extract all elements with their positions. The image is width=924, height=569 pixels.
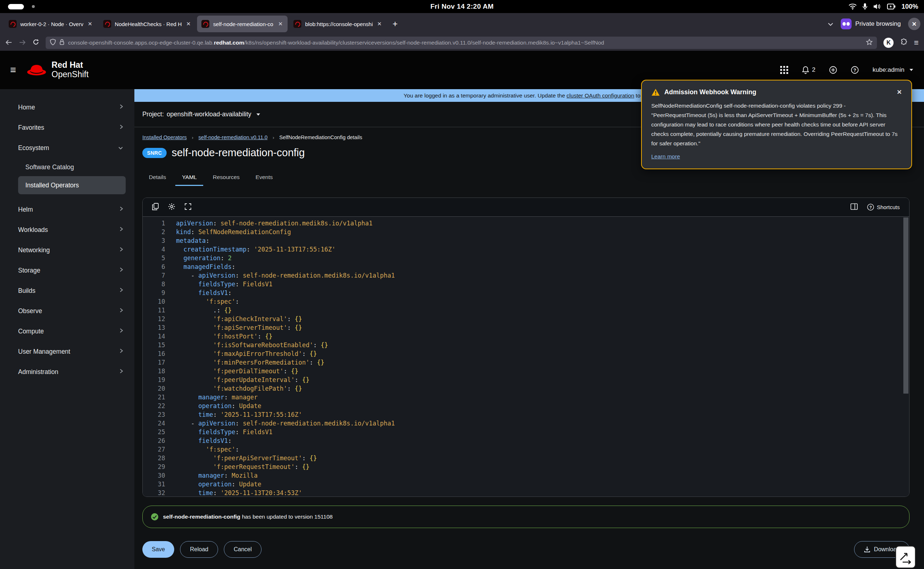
learn-more-link[interactable]: Learn more (651, 153, 680, 160)
reload-button[interactable]: Reload (180, 541, 218, 558)
app-launcher-icon[interactable] (780, 66, 788, 74)
line-number: 23 (143, 410, 165, 419)
tab-details[interactable]: Details (143, 170, 172, 186)
code-line[interactable]: 9 fieldsV1: (143, 289, 909, 297)
code-line[interactable]: 30 manager: Mozilla (143, 471, 909, 480)
code-line[interactable]: 12 'f:apiCheckInterval': {} (143, 315, 909, 323)
sidebar-item-software-catalog[interactable]: Software Catalog (18, 158, 126, 176)
window-close-button[interactable]: ✕ (908, 18, 920, 30)
notifications-button[interactable]: 2 (802, 66, 815, 74)
sidebar-item-ecosystem[interactable]: Ecosystem (9, 138, 126, 158)
sidebar-item-storage[interactable]: Storage (9, 260, 126, 280)
browser-tab[interactable]: self-node-remediation-co✕ (197, 15, 288, 32)
list-all-tabs-icon[interactable] (828, 20, 833, 28)
code-line[interactable]: 1apiVersion: self-node-remediation.medik… (143, 219, 909, 228)
save-button[interactable]: Save (143, 541, 174, 558)
sidebar-item-favorites[interactable]: Favorites (9, 117, 126, 138)
code-line[interactable]: 3metadata: (143, 236, 909, 245)
code-line[interactable]: 21 manager: manager (143, 393, 909, 402)
url-bar[interactable]: console-openshift-console.apps.ocp-edge-… (46, 37, 877, 49)
code-area[interactable]: 1apiVersion: self-node-remediation.medik… (143, 217, 909, 496)
code-line[interactable]: 32 time: '2025-11-13T20:34:53Z' (143, 488, 909, 496)
sidebar-item-label: Storage (18, 267, 119, 274)
settings-gear-icon[interactable] (168, 203, 175, 211)
browser-tab[interactable]: worker-0-2 · Node · Overv✕ (5, 15, 97, 32)
sidebar-item-user-management[interactable]: User Management (9, 341, 126, 362)
new-tab-button[interactable]: + (388, 19, 403, 29)
close-icon[interactable]: ✕ (897, 88, 902, 96)
profile-avatar[interactable]: K (883, 38, 894, 48)
code-line[interactable]: 28 'f:peerApiServerTimeout': {} (143, 454, 909, 463)
code-line[interactable]: 5 generation: 2 (143, 254, 909, 262)
line-content: 'f:apiServerTimeout': {} (165, 323, 302, 332)
breadcrumb-installed-operators[interactable]: Installed Operators (143, 134, 187, 140)
tab-label: self-node-remediation-co (213, 21, 273, 27)
back-icon[interactable] (5, 39, 12, 47)
browser-tab[interactable]: NodeHealthChecks · Red H✕ (99, 15, 196, 32)
sidebar-item-installed-operators[interactable]: Installed Operators (18, 176, 126, 194)
code-line[interactable]: 18 'f:peerDialTimeout': {} (143, 367, 909, 376)
reload-icon[interactable] (33, 39, 39, 47)
code-line[interactable]: 16 'f:maxApiErrorThreshold': {} (143, 349, 909, 358)
tab-close-icon[interactable]: ✕ (87, 21, 93, 27)
url-text[interactable]: console-openshift-console.apps.ocp-edge-… (68, 40, 862, 46)
code-line[interactable]: 10 'f:spec': (143, 297, 909, 306)
code-line[interactable]: 2kind: SelfNodeRemediationConfig (143, 228, 909, 236)
code-line[interactable]: 8 fieldsType: FieldsV1 (143, 280, 909, 289)
sidebar-item-home[interactable]: Home (9, 97, 126, 117)
tab-events[interactable]: Events (249, 170, 279, 186)
code-line[interactable]: 29 'f:peerRequestTimeout': {} (143, 463, 909, 471)
extensions-icon[interactable] (900, 38, 907, 47)
shortcuts-button[interactable]: ? Shortcuts (867, 204, 900, 211)
system-clock[interactable]: Fri Nov 14 2:20 AM (0, 3, 924, 11)
code-line[interactable]: 15 'f:isSoftwareRebootEnabled': {} (143, 341, 909, 349)
sidebar-toggle-icon[interactable] (850, 203, 858, 211)
code-line[interactable]: 6 managedFields: (143, 262, 909, 271)
code-line[interactable]: 19 'f:peerUpdateInterval': {} (143, 376, 909, 384)
code-line[interactable]: 23 time: '2025-11-13T17:55:16Z' (143, 410, 909, 419)
cancel-button[interactable]: Cancel (224, 541, 261, 558)
oauth-config-link[interactable]: cluster OAuth configuration (566, 93, 634, 99)
user-menu[interactable]: kube:admin (872, 66, 913, 74)
code-line[interactable]: 13 'f:apiServerTimeout': {} (143, 323, 909, 332)
import-yaml-button[interactable] (829, 66, 837, 74)
code-line[interactable]: 22 operation: Update (143, 402, 909, 410)
sidebar-item-observe[interactable]: Observe (9, 301, 126, 321)
code-line[interactable]: 11 .: {} (143, 306, 909, 315)
browser-tab[interactable]: blob:https://console-openshi✕ (289, 15, 387, 32)
code-line[interactable]: 27 'f:spec': (143, 445, 909, 454)
project-selector[interactable]: openshift-workload-availability (167, 111, 251, 118)
sidebar-item-administration[interactable]: Administration (9, 362, 126, 382)
fullscreen-icon[interactable] (185, 203, 191, 211)
tab-resources[interactable]: Resources (206, 170, 246, 186)
code-line[interactable]: 4 creationTimestamp: '2025-11-13T17:55:1… (143, 245, 909, 254)
code-line[interactable]: 7 - apiVersion: self-node-remediation.me… (143, 271, 909, 280)
tab-close-icon[interactable]: ✕ (185, 21, 192, 27)
bookmark-star-icon[interactable] (866, 39, 872, 47)
shield-icon[interactable] (50, 39, 56, 47)
help-button[interactable]: ? (851, 66, 859, 74)
tab-close-icon[interactable]: ✕ (376, 21, 382, 27)
tab-close-icon[interactable]: ✕ (278, 21, 284, 27)
forward-icon[interactable] (19, 39, 26, 47)
code-line[interactable]: 20 'f:watchdogFilePath': {} (143, 384, 909, 393)
editor-scrollbar[interactable] (903, 218, 909, 394)
line-content: creationTimestamp: '2025-11-13T17:55:16Z… (165, 245, 335, 254)
code-line[interactable]: 25 fieldsType: FieldsV1 (143, 428, 909, 437)
lock-icon[interactable] (59, 39, 64, 47)
code-line[interactable]: 24 - apiVersion: self-node-remediation.m… (143, 419, 909, 428)
sidebar-item-workloads[interactable]: Workloads (9, 220, 126, 240)
code-line[interactable]: 31 operation: Update (143, 480, 909, 488)
tab-yaml[interactable]: YAML (175, 170, 203, 186)
copy-icon[interactable] (152, 203, 159, 211)
nav-toggle-icon[interactable]: ≡ (10, 64, 16, 76)
code-line[interactable]: 17 'f:minPeersForRemediation': {} (143, 358, 909, 367)
sidebar-item-builds[interactable]: Builds (9, 280, 126, 301)
menu-icon[interactable]: ≡ (914, 38, 919, 47)
code-line[interactable]: 14 'f:hostPort': {} (143, 332, 909, 341)
code-line[interactable]: 26 fieldsV1: (143, 437, 909, 445)
sidebar-item-networking[interactable]: Networking (9, 240, 126, 260)
sidebar-item-helm[interactable]: Helm (9, 199, 126, 220)
breadcrumb-operator-version[interactable]: self-node-remediation.v0.11.0 (199, 134, 268, 140)
sidebar-item-compute[interactable]: Compute (9, 321, 126, 341)
